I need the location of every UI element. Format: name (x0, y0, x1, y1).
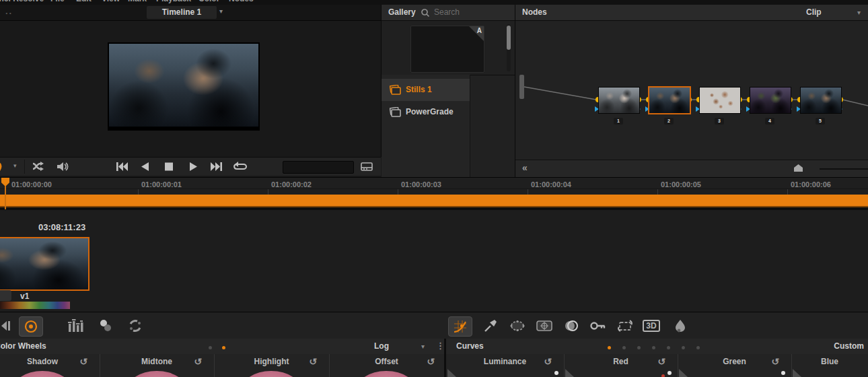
page-dot[interactable] (209, 346, 212, 349)
album-list: Stills 1 PowerGrade (382, 75, 470, 177)
node-5[interactable] (800, 87, 842, 114)
red-column: Red ↺ (564, 354, 678, 377)
page-dot[interactable] (652, 346, 655, 349)
nodes-mode-selector[interactable]: Clip (806, 7, 822, 17)
reset-icon[interactable]: ↺ (79, 356, 87, 367)
timeline-clip-bar[interactable] (0, 195, 868, 207)
menu-playback[interactable]: Playback (156, 0, 191, 3)
album-powergrade[interactable]: PowerGrade (382, 101, 470, 123)
red-curve-point[interactable] (661, 374, 665, 377)
gallery-scrollbar[interactable] (507, 24, 511, 71)
chevron-down-icon[interactable]: ▾ (857, 9, 861, 16)
node-graph[interactable]: 1 2 3 4 5 (515, 21, 868, 160)
page-dot-active[interactable] (222, 346, 225, 349)
still-badge: A (477, 27, 482, 34)
album-stills[interactable]: Stills 1 (382, 79, 470, 101)
camera-raw-icon[interactable] (0, 316, 13, 335)
rgb-mixer-icon[interactable] (94, 316, 117, 335)
menu-edit[interactable]: Edit (76, 0, 92, 3)
search-input[interactable] (433, 7, 509, 18)
go-to-end-button[interactable] (209, 160, 224, 173)
timeline-selector[interactable]: Timeline 1 (147, 6, 217, 19)
red-curve[interactable] (565, 369, 574, 377)
motion-blur-icon[interactable] (669, 316, 692, 335)
sizing-icon[interactable] (614, 316, 637, 335)
chevron-down-icon[interactable]: ▾ (421, 343, 425, 350)
play-button[interactable] (186, 160, 201, 173)
ruler-timecode: 01:00:00:00 (11, 180, 52, 188)
page-dot-active[interactable] (608, 346, 611, 349)
gallery-scrollbar-thumb[interactable] (507, 26, 511, 50)
curves-icon[interactable] (448, 316, 472, 337)
reset-icon[interactable]: ↺ (194, 356, 202, 367)
primary-bars-icon[interactable] (64, 316, 87, 335)
clip-flag-chip[interactable] (0, 290, 11, 301)
reset-icon[interactable]: ↺ (771, 356, 779, 367)
collapse-icon[interactable]: « (522, 162, 528, 173)
node-1[interactable] (598, 87, 640, 114)
search-icon[interactable] (421, 8, 430, 18)
page-dot[interactable] (696, 346, 700, 349)
curve-name: Blue (791, 357, 868, 366)
luminance-curve[interactable] (447, 369, 456, 377)
node-4[interactable] (750, 87, 791, 114)
menu-nodes[interactable]: Nodes (229, 0, 254, 3)
curve-point[interactable] (781, 371, 785, 375)
curves-mode-selector[interactable]: Custom (834, 341, 864, 351)
stop-button[interactable] (161, 160, 176, 173)
page-dot[interactable] (622, 346, 626, 349)
viewer-tool-icon[interactable] (0, 160, 11, 173)
timeline-ruler[interactable]: 01:00:00:00 01:00:00:01 01:00:00:02 01:0… (0, 177, 868, 195)
page-dot[interactable] (667, 346, 670, 349)
page-dot[interactable] (637, 346, 641, 349)
reset-icon[interactable]: ↺ (657, 356, 665, 367)
still-thumbnail[interactable]: A (410, 26, 484, 73)
curve-point[interactable] (554, 371, 558, 375)
dual-screen-icon[interactable] (359, 160, 374, 173)
node-number: 3 (715, 118, 724, 125)
loop-icon[interactable] (232, 160, 247, 173)
ruler-timecode: 01:00:00:01 (141, 180, 182, 188)
ruler-timecode: 01:00:00:02 (271, 180, 312, 188)
wheels-mode-selector[interactable]: Log (374, 341, 389, 351)
node-2-selected[interactable] (648, 86, 691, 114)
page-dot[interactable] (682, 346, 685, 349)
tool-dropdown-icon[interactable]: ▾ (13, 162, 17, 169)
stills-album-icon (390, 85, 401, 95)
key-icon[interactable] (587, 316, 610, 335)
panel-grip-icon[interactable]: .. (5, 6, 13, 16)
tracker-icon[interactable] (533, 316, 556, 335)
menu-app[interactable]: DaVinci Resolve (0, 0, 44, 3)
blur-icon[interactable] (560, 316, 583, 335)
curves-header: Curves Custom (446, 339, 868, 355)
audio-mute-icon[interactable] (55, 160, 70, 173)
green-column: Green ↺ (678, 354, 792, 377)
chevron-down-icon[interactable]: ▾ (219, 7, 223, 15)
reset-icon[interactable]: ↺ (544, 356, 552, 367)
unmix-icon[interactable] (31, 160, 46, 173)
stereo-3d-icon[interactable]: 3D (640, 316, 663, 335)
go-to-start-button[interactable] (114, 160, 129, 173)
qualifier-icon[interactable] (479, 316, 502, 335)
blue-curve[interactable] (793, 369, 801, 377)
node-zoom-slider-thumb[interactable] (794, 164, 803, 172)
node-3[interactable] (699, 87, 741, 114)
current-clip-thumbnail[interactable] (0, 237, 89, 291)
menu-mark[interactable]: Mark (128, 0, 147, 3)
timecode-input[interactable] (283, 161, 354, 174)
reset-icon[interactable]: ↺ (427, 356, 435, 367)
node-zoom-slider[interactable] (820, 168, 868, 170)
curve-point[interactable] (667, 371, 672, 375)
color-wheels-icon[interactable] (19, 316, 43, 337)
menu-color[interactable]: Color (198, 0, 219, 3)
reset-icon[interactable]: ↺ (309, 356, 317, 367)
play-reverse-button[interactable] (138, 160, 153, 173)
green-curve[interactable] (679, 369, 688, 377)
color-wheels-title: Color Wheels (0, 341, 46, 351)
album-label: PowerGrade (406, 107, 454, 116)
power-window-icon[interactable] (506, 316, 529, 335)
motion-effects-icon[interactable] (124, 316, 147, 335)
viewer-panel: .. Timeline 1 ▾ (0, 5, 382, 157)
menu-file[interactable]: File (50, 0, 65, 3)
menu-view[interactable]: View (102, 0, 120, 3)
